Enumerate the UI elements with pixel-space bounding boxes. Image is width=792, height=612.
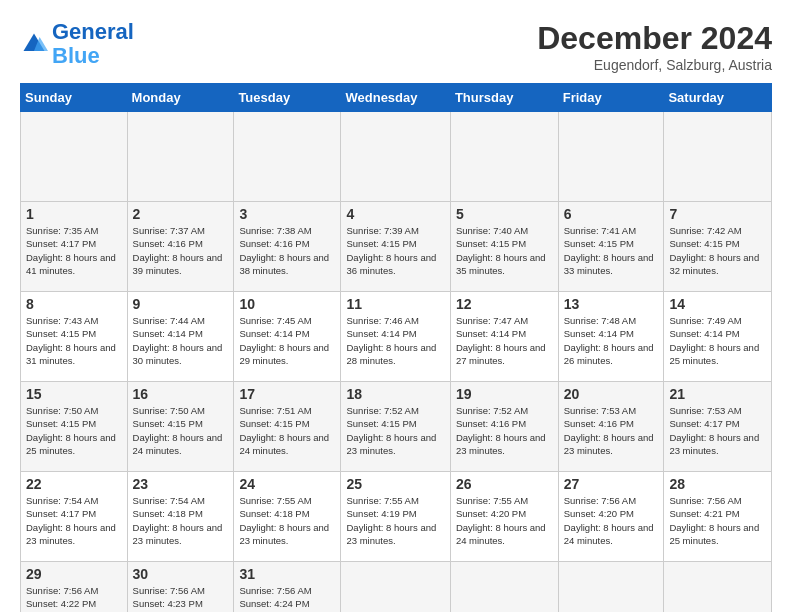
day-number: 17	[239, 386, 335, 402]
day-info: Sunrise: 7:56 AMSunset: 4:20 PMDaylight:…	[564, 494, 659, 547]
calendar-cell: 27Sunrise: 7:56 AMSunset: 4:20 PMDayligh…	[558, 472, 664, 562]
calendar-cell: 30Sunrise: 7:56 AMSunset: 4:23 PMDayligh…	[127, 562, 234, 613]
day-header-friday: Friday	[558, 84, 664, 112]
title-section: December 2024 Eugendorf, Salzburg, Austr…	[537, 20, 772, 73]
day-header-tuesday: Tuesday	[234, 84, 341, 112]
day-number: 4	[346, 206, 444, 222]
day-info: Sunrise: 7:39 AMSunset: 4:15 PMDaylight:…	[346, 224, 444, 277]
calendar-cell	[450, 562, 558, 613]
day-number: 12	[456, 296, 553, 312]
day-number: 1	[26, 206, 122, 222]
day-number: 15	[26, 386, 122, 402]
calendar-week-1: 1Sunrise: 7:35 AMSunset: 4:17 PMDaylight…	[21, 202, 772, 292]
day-number: 26	[456, 476, 553, 492]
day-number: 31	[239, 566, 335, 582]
day-header-thursday: Thursday	[450, 84, 558, 112]
day-info: Sunrise: 7:52 AMSunset: 4:15 PMDaylight:…	[346, 404, 444, 457]
calendar-cell: 8Sunrise: 7:43 AMSunset: 4:15 PMDaylight…	[21, 292, 128, 382]
calendar-cell: 15Sunrise: 7:50 AMSunset: 4:15 PMDayligh…	[21, 382, 128, 472]
day-header-sunday: Sunday	[21, 84, 128, 112]
calendar-cell	[234, 112, 341, 202]
day-number: 29	[26, 566, 122, 582]
day-number: 30	[133, 566, 229, 582]
logo-text: General Blue	[52, 20, 134, 68]
calendar-cell: 3Sunrise: 7:38 AMSunset: 4:16 PMDaylight…	[234, 202, 341, 292]
calendar-cell	[558, 562, 664, 613]
calendar-cell: 17Sunrise: 7:51 AMSunset: 4:15 PMDayligh…	[234, 382, 341, 472]
day-number: 28	[669, 476, 766, 492]
day-info: Sunrise: 7:52 AMSunset: 4:16 PMDaylight:…	[456, 404, 553, 457]
calendar-cell	[664, 562, 772, 613]
day-number: 18	[346, 386, 444, 402]
calendar-week-2: 8Sunrise: 7:43 AMSunset: 4:15 PMDaylight…	[21, 292, 772, 382]
calendar-cell	[21, 112, 128, 202]
day-info: Sunrise: 7:53 AMSunset: 4:17 PMDaylight:…	[669, 404, 766, 457]
day-info: Sunrise: 7:37 AMSunset: 4:16 PMDaylight:…	[133, 224, 229, 277]
day-number: 10	[239, 296, 335, 312]
calendar-cell: 18Sunrise: 7:52 AMSunset: 4:15 PMDayligh…	[341, 382, 450, 472]
day-number: 7	[669, 206, 766, 222]
day-header-wednesday: Wednesday	[341, 84, 450, 112]
calendar-cell: 2Sunrise: 7:37 AMSunset: 4:16 PMDaylight…	[127, 202, 234, 292]
calendar-week-3: 15Sunrise: 7:50 AMSunset: 4:15 PMDayligh…	[21, 382, 772, 472]
calendar-cell	[127, 112, 234, 202]
day-info: Sunrise: 7:55 AMSunset: 4:18 PMDaylight:…	[239, 494, 335, 547]
day-info: Sunrise: 7:53 AMSunset: 4:16 PMDaylight:…	[564, 404, 659, 457]
day-number: 23	[133, 476, 229, 492]
day-number: 16	[133, 386, 229, 402]
location-subtitle: Eugendorf, Salzburg, Austria	[537, 57, 772, 73]
day-info: Sunrise: 7:38 AMSunset: 4:16 PMDaylight:…	[239, 224, 335, 277]
day-header-saturday: Saturday	[664, 84, 772, 112]
calendar-cell: 9Sunrise: 7:44 AMSunset: 4:14 PMDaylight…	[127, 292, 234, 382]
calendar-cell: 25Sunrise: 7:55 AMSunset: 4:19 PMDayligh…	[341, 472, 450, 562]
calendar-table: SundayMondayTuesdayWednesdayThursdayFrid…	[20, 83, 772, 612]
day-info: Sunrise: 7:54 AMSunset: 4:18 PMDaylight:…	[133, 494, 229, 547]
day-number: 11	[346, 296, 444, 312]
calendar-cell	[558, 112, 664, 202]
day-number: 25	[346, 476, 444, 492]
day-number: 8	[26, 296, 122, 312]
calendar-cell: 28Sunrise: 7:56 AMSunset: 4:21 PMDayligh…	[664, 472, 772, 562]
day-info: Sunrise: 7:48 AMSunset: 4:14 PMDaylight:…	[564, 314, 659, 367]
calendar-cell: 11Sunrise: 7:46 AMSunset: 4:14 PMDayligh…	[341, 292, 450, 382]
day-number: 24	[239, 476, 335, 492]
day-info: Sunrise: 7:55 AMSunset: 4:19 PMDaylight:…	[346, 494, 444, 547]
day-info: Sunrise: 7:56 AMSunset: 4:22 PMDaylight:…	[26, 584, 122, 612]
calendar-cell: 22Sunrise: 7:54 AMSunset: 4:17 PMDayligh…	[21, 472, 128, 562]
day-info: Sunrise: 7:46 AMSunset: 4:14 PMDaylight:…	[346, 314, 444, 367]
day-number: 2	[133, 206, 229, 222]
days-header-row: SundayMondayTuesdayWednesdayThursdayFrid…	[21, 84, 772, 112]
day-number: 13	[564, 296, 659, 312]
logo-icon	[20, 30, 48, 58]
day-info: Sunrise: 7:45 AMSunset: 4:14 PMDaylight:…	[239, 314, 335, 367]
calendar-cell: 13Sunrise: 7:48 AMSunset: 4:14 PMDayligh…	[558, 292, 664, 382]
day-info: Sunrise: 7:56 AMSunset: 4:23 PMDaylight:…	[133, 584, 229, 612]
calendar-cell: 20Sunrise: 7:53 AMSunset: 4:16 PMDayligh…	[558, 382, 664, 472]
calendar-cell: 26Sunrise: 7:55 AMSunset: 4:20 PMDayligh…	[450, 472, 558, 562]
calendar-week-0	[21, 112, 772, 202]
day-info: Sunrise: 7:50 AMSunset: 4:15 PMDaylight:…	[26, 404, 122, 457]
page-header: General Blue December 2024 Eugendorf, Sa…	[20, 20, 772, 73]
day-number: 22	[26, 476, 122, 492]
day-info: Sunrise: 7:47 AMSunset: 4:14 PMDaylight:…	[456, 314, 553, 367]
day-number: 9	[133, 296, 229, 312]
calendar-cell	[341, 112, 450, 202]
day-number: 27	[564, 476, 659, 492]
calendar-cell: 16Sunrise: 7:50 AMSunset: 4:15 PMDayligh…	[127, 382, 234, 472]
day-info: Sunrise: 7:54 AMSunset: 4:17 PMDaylight:…	[26, 494, 122, 547]
day-number: 21	[669, 386, 766, 402]
calendar-week-4: 22Sunrise: 7:54 AMSunset: 4:17 PMDayligh…	[21, 472, 772, 562]
calendar-cell: 24Sunrise: 7:55 AMSunset: 4:18 PMDayligh…	[234, 472, 341, 562]
calendar-cell: 19Sunrise: 7:52 AMSunset: 4:16 PMDayligh…	[450, 382, 558, 472]
day-number: 5	[456, 206, 553, 222]
day-info: Sunrise: 7:56 AMSunset: 4:21 PMDaylight:…	[669, 494, 766, 547]
calendar-cell: 5Sunrise: 7:40 AMSunset: 4:15 PMDaylight…	[450, 202, 558, 292]
calendar-cell: 10Sunrise: 7:45 AMSunset: 4:14 PMDayligh…	[234, 292, 341, 382]
calendar-cell	[341, 562, 450, 613]
day-number: 3	[239, 206, 335, 222]
day-info: Sunrise: 7:44 AMSunset: 4:14 PMDaylight:…	[133, 314, 229, 367]
day-info: Sunrise: 7:49 AMSunset: 4:14 PMDaylight:…	[669, 314, 766, 367]
logo: General Blue	[20, 20, 134, 68]
calendar-cell: 1Sunrise: 7:35 AMSunset: 4:17 PMDaylight…	[21, 202, 128, 292]
calendar-cell: 6Sunrise: 7:41 AMSunset: 4:15 PMDaylight…	[558, 202, 664, 292]
